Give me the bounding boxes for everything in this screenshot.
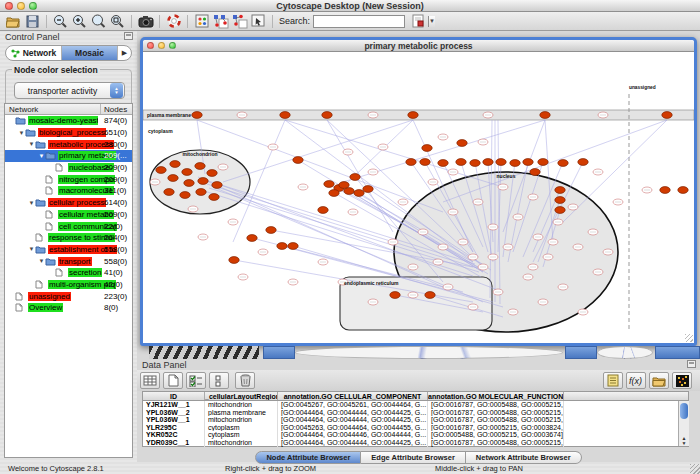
disclosure-triangle-icon[interactable]: ▼ <box>28 246 35 252</box>
network-node-highlighted[interactable] <box>496 159 506 166</box>
network-node-highlighted[interactable] <box>408 112 418 119</box>
table-row[interactable]: YDR039C__1mitochondrion[GO:0044464, GO:0… <box>143 439 688 447</box>
network-node-highlighted[interactable] <box>209 194 219 201</box>
tree-row[interactable]: ▼metabolic process280(0) <box>5 138 132 150</box>
network-node-highlighted[interactable] <box>530 169 540 176</box>
snapshot-camera-icon[interactable] <box>136 13 155 30</box>
network-node-highlighted[interactable] <box>456 159 466 166</box>
network-node-highlighted[interactable] <box>558 160 568 167</box>
network-node-highlighted[interactable] <box>184 180 194 187</box>
window-resize-grip[interactable] <box>685 334 693 342</box>
network-node-highlighted[interactable] <box>293 157 303 164</box>
tree-row[interactable]: response to stimul264(0) <box>5 232 132 244</box>
table-cell[interactable]: [GO:0016787, GO:0005488, GO:0005215, G..… <box>428 439 564 447</box>
table-cell[interactable] <box>564 409 688 417</box>
network-node-highlighted[interactable] <box>192 112 202 119</box>
network-canvas[interactable]: plasma membranecytoplasmmitochondrionnuc… <box>143 52 694 343</box>
network-node-highlighted[interactable] <box>350 174 360 181</box>
table-vertical-scrollbar[interactable]: ▲▼ <box>678 401 689 446</box>
network-node-highlighted[interactable] <box>555 207 565 214</box>
tree-header[interactable]: Network Nodes <box>5 104 132 115</box>
select-attributes-icon[interactable] <box>186 372 206 389</box>
tree-row[interactable]: ▼biological_process651(0) <box>5 127 132 139</box>
net-close-button[interactable] <box>147 42 154 49</box>
background-window-fragment[interactable] <box>149 346 259 359</box>
tree-row[interactable]: nitrogen compo209(0) <box>5 173 132 185</box>
table-column-header[interactable]: _cellularLayoutRegion <box>205 392 278 400</box>
attribute-table[interactable]: ID_cellularLayoutRegionannotation.GO CEL… <box>142 391 689 447</box>
network-graph[interactable]: plasma membranecytoplasmmitochondrionnuc… <box>143 52 694 343</box>
table-cell[interactable]: [GO:0005488, GO:0005215, GO:0003674] <box>428 431 564 439</box>
delete-attribute-icon[interactable] <box>235 372 255 389</box>
network-node-highlighted[interactable] <box>180 192 190 199</box>
network-node-highlighted[interactable] <box>164 189 174 196</box>
network-node-highlighted[interactable] <box>390 292 400 299</box>
import-attributes-icon[interactable] <box>649 372 669 389</box>
app-resize-grip[interactable] <box>690 464 700 474</box>
table-cell[interactable]: YJR121W__1 <box>143 401 205 409</box>
create-network-view-icon[interactable] <box>211 13 230 30</box>
background-window-fragment[interactable] <box>655 346 700 359</box>
search-dropdown-arrow[interactable]: ▼ <box>428 16 435 27</box>
tree-row[interactable]: ▼primary metabo209(... <box>5 150 132 162</box>
background-window-fragment[interactable] <box>597 346 653 359</box>
network-node-highlighted[interactable] <box>354 190 364 197</box>
table-cell[interactable]: [GO:0016787, GO:0005488, GO:0005215, G..… <box>428 409 564 417</box>
table-row[interactable]: YPL036W__1mitochondrion[GO:0044464, GO:0… <box>143 416 688 424</box>
new-attribute-icon[interactable] <box>163 372 183 389</box>
help-ring-icon[interactable] <box>164 13 183 30</box>
table-row[interactable]: YJR121W__1mitochondrion[GO:0045267, GO:0… <box>143 401 688 409</box>
table-column-header[interactable]: annotation.GO CELLULAR_COMPONENT <box>278 392 428 400</box>
tree-row[interactable]: cell communicat22(0) <box>5 220 132 232</box>
network-node-highlighted[interactable] <box>170 161 180 168</box>
disclosure-triangle-icon[interactable]: ▼ <box>38 258 45 264</box>
background-window-fragment[interactable] <box>565 346 597 359</box>
table-column-header[interactable]: annotation.GO MOLECULAR_FUNCTION <box>428 392 564 400</box>
table-cell[interactable]: [GO:0016787, GO:0005488, GO:0005215, G..… <box>428 401 564 409</box>
float-panel-icon[interactable] <box>124 32 133 40</box>
network-node-highlighted[interactable] <box>168 175 178 182</box>
network-node-highlighted[interactable] <box>538 159 548 166</box>
network-node-highlighted[interactable] <box>422 145 432 152</box>
zoom-fit-icon[interactable] <box>108 13 127 30</box>
background-window-fragment[interactable] <box>263 346 295 359</box>
network-node-highlighted[interactable] <box>195 163 205 170</box>
tree-row[interactable]: Overview8(0) <box>5 302 132 314</box>
table-cell[interactable]: mitochondrion <box>205 439 278 447</box>
disclosure-triangle-icon[interactable]: ▼ <box>38 153 45 159</box>
network-node-highlighted[interactable] <box>288 243 298 250</box>
table-cell[interactable]: mitochondrion <box>205 401 278 409</box>
destroy-network-view-icon[interactable] <box>230 13 249 30</box>
network-node-highlighted[interactable] <box>660 187 670 194</box>
network-node-highlighted[interactable] <box>196 189 206 196</box>
table-cell[interactable]: mitochondrion <box>205 416 278 424</box>
table-row[interactable]: YKR052Ccytoplasm[GO:0044464, GO:0044446,… <box>143 431 688 439</box>
scrollbar-thumb[interactable] <box>680 403 688 419</box>
network-node-highlighted[interactable] <box>523 159 533 166</box>
network-node-highlighted[interactable] <box>266 227 276 234</box>
search-combobox[interactable]: ▼ <box>313 15 405 28</box>
table-cell[interactable]: YKR052C <box>143 431 205 439</box>
tree-row[interactable]: unassigned223(0) <box>5 290 132 302</box>
disclosure-triangle-icon[interactable]: ▼ <box>28 141 35 147</box>
network-edge[interactable] <box>285 120 503 187</box>
tree-row[interactable]: macromolecule311(0) <box>5 185 132 197</box>
table-cell[interactable] <box>564 424 688 432</box>
network-node-highlighted[interactable] <box>339 182 349 189</box>
network-node-highlighted[interactable] <box>406 159 416 166</box>
table-cell[interactable]: [GO:0044464, GO:0044444, GO:0044425, G..… <box>278 409 428 417</box>
table-cell[interactable]: [GO:0016787, GO:0005488, GO:0005215, G..… <box>428 416 564 424</box>
net-minimize-button[interactable] <box>158 42 165 49</box>
network-edge[interactable] <box>223 120 413 182</box>
network-node-highlighted[interactable] <box>578 159 588 166</box>
network-node-highlighted[interactable] <box>198 178 208 185</box>
table-cell[interactable]: plasma membrane <box>205 409 278 417</box>
background-window-fragment[interactable] <box>295 346 563 359</box>
attribute-table-icon[interactable] <box>140 372 160 389</box>
network-node-highlighted[interactable] <box>156 167 166 174</box>
network-node-highlighted[interactable] <box>425 292 435 299</box>
zoom-window-button[interactable] <box>29 2 37 10</box>
network-node-highlighted[interactable] <box>280 112 290 119</box>
table-cell[interactable] <box>564 439 688 447</box>
scrollbar-arrows[interactable]: ▲▼ <box>679 436 689 446</box>
